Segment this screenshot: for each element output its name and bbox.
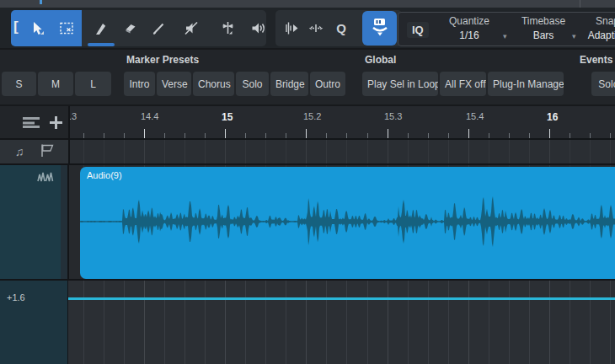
pencil-line-icon xyxy=(151,21,166,36)
track-list-icon xyxy=(22,116,40,131)
bend-tool-icon xyxy=(220,20,236,36)
bend-tool-button[interactable] xyxy=(213,10,242,46)
grid-line xyxy=(509,140,510,163)
global-all-fx-off[interactable]: All FX off xyxy=(440,72,486,96)
grid-line xyxy=(529,281,530,364)
quantize-tool-button[interactable]: Q xyxy=(327,10,356,46)
automation-lane-area[interactable] xyxy=(68,281,615,364)
grid-line xyxy=(245,140,246,163)
track-list-button[interactable] xyxy=(20,115,42,132)
selected-tool-highlight: [ xyxy=(11,10,82,46)
events-solo-events[interactable]: Solo Ev xyxy=(591,72,615,96)
grid-line xyxy=(164,281,165,364)
grid-line xyxy=(428,140,429,163)
transient-edit-button[interactable] xyxy=(302,10,330,46)
grid-line xyxy=(225,140,226,163)
marker-preset-verse[interactable]: Verse xyxy=(157,72,191,96)
ruler-label: 14.4 xyxy=(141,111,158,121)
marker-presets-header: Marker Presets xyxy=(126,54,199,66)
track-header[interactable] xyxy=(0,165,61,279)
snap-toggle-button[interactable] xyxy=(362,11,397,46)
grid-line xyxy=(428,281,429,364)
quantize-dropdown[interactable]: Quantize 1/16 ▾ xyxy=(430,14,508,46)
marker-preset-bridge[interactable]: Bridge xyxy=(270,72,308,96)
pane-separator xyxy=(580,0,580,8)
quantize-value: 1/16 xyxy=(430,29,508,43)
snap-mode-dropdown[interactable]: Snap Adaptive xyxy=(582,14,615,46)
timebase-dropdown[interactable]: Timebase Bars ▾ xyxy=(510,14,577,46)
size-button-m[interactable]: M xyxy=(38,72,73,96)
automation-lane-row: +1.6 xyxy=(0,281,615,364)
automation-value-label: +1.6 xyxy=(7,292,25,302)
size-button-l[interactable]: L xyxy=(75,72,111,96)
global-play-sel-in-loop[interactable]: Play Sel in Loop xyxy=(362,72,438,96)
automation-lane-header[interactable]: +1.6 xyxy=(0,281,68,364)
grid-line xyxy=(367,281,368,364)
quantize-label: Quantize xyxy=(430,14,508,29)
grid-line xyxy=(448,140,449,163)
marker-preset-chorus[interactable]: Chorus xyxy=(193,72,234,96)
ruler-label: 15.3 xyxy=(384,111,402,121)
automation-envelope-line[interactable] xyxy=(68,297,615,300)
iq-button[interactable]: IQ xyxy=(407,22,429,38)
range-tool-button[interactable] xyxy=(52,10,81,46)
grid-line xyxy=(408,140,409,163)
ruler-label: .3 xyxy=(69,111,77,121)
grid-line xyxy=(83,140,84,163)
grid-line xyxy=(590,281,591,364)
eraser-tool-button[interactable] xyxy=(115,10,144,46)
ruler-label: 16 xyxy=(547,111,558,123)
cursor-position-tick xyxy=(40,0,42,4)
split-tool-button[interactable] xyxy=(87,10,115,46)
ruler-label: 15 xyxy=(222,111,233,123)
split-knife-icon xyxy=(94,21,109,36)
timebase-label: Timebase xyxy=(510,14,577,29)
marker-lane-header: ♫ xyxy=(0,140,68,163)
grid-line xyxy=(489,281,489,364)
automation-grid xyxy=(68,281,615,364)
grid-line xyxy=(570,140,570,163)
range-select-icon xyxy=(59,20,75,36)
snap-icon xyxy=(371,17,389,40)
grid-line xyxy=(448,281,449,364)
global-plugin-manager[interactable]: Plug-In Manager xyxy=(488,72,564,96)
marker-track-button[interactable] xyxy=(37,143,57,160)
audio-waveform xyxy=(80,167,615,279)
audio-clip[interactable]: Audio(9) xyxy=(80,167,615,279)
arrow-cursor-icon xyxy=(29,20,45,36)
marker-lane-grid xyxy=(69,140,615,163)
grid-line xyxy=(367,140,368,163)
grid-line xyxy=(144,281,145,364)
listen-speaker-icon xyxy=(250,20,267,36)
arrange-area[interactable]: Audio(9) xyxy=(69,165,615,279)
grid-line xyxy=(124,281,125,364)
studio-one-edit-window: [ xyxy=(0,0,615,364)
tempo-track-button[interactable]: ♫ xyxy=(10,143,29,160)
grid-line xyxy=(590,140,591,163)
marker-preset-intro[interactable]: Intro xyxy=(124,72,155,96)
ruler-scale: .314.41515.215.315.416 xyxy=(0,106,615,140)
mute-tool-button[interactable] xyxy=(177,10,206,46)
add-track-button[interactable] xyxy=(46,114,65,134)
timeline-ruler[interactable]: .314.41515.215.315.416 xyxy=(0,106,615,140)
listen-tool-button[interactable] xyxy=(244,10,273,46)
quantize-q-icon: Q xyxy=(336,21,346,35)
marker-preset-solo[interactable]: Solo xyxy=(236,72,269,96)
music-note-icon: ♫ xyxy=(15,145,24,158)
grid-line xyxy=(489,140,489,163)
marker-preset-outro[interactable]: Outro xyxy=(310,72,345,96)
grid-line xyxy=(104,281,104,364)
arrow-tool-button[interactable] xyxy=(23,10,51,46)
grid-line xyxy=(184,140,185,163)
active-subtool-underline xyxy=(88,43,115,46)
grid-line xyxy=(164,140,165,163)
paint-tool-button[interactable] xyxy=(144,10,173,46)
grid-line xyxy=(388,140,388,163)
timestretch-icon xyxy=(284,20,300,36)
size-button-s[interactable]: S xyxy=(2,72,36,96)
chevron-down-icon: ▾ xyxy=(572,32,576,40)
grid-line xyxy=(306,140,307,163)
marker-lane[interactable]: ♫ xyxy=(0,140,615,163)
grid-line xyxy=(245,281,246,364)
grid-line xyxy=(509,281,510,364)
